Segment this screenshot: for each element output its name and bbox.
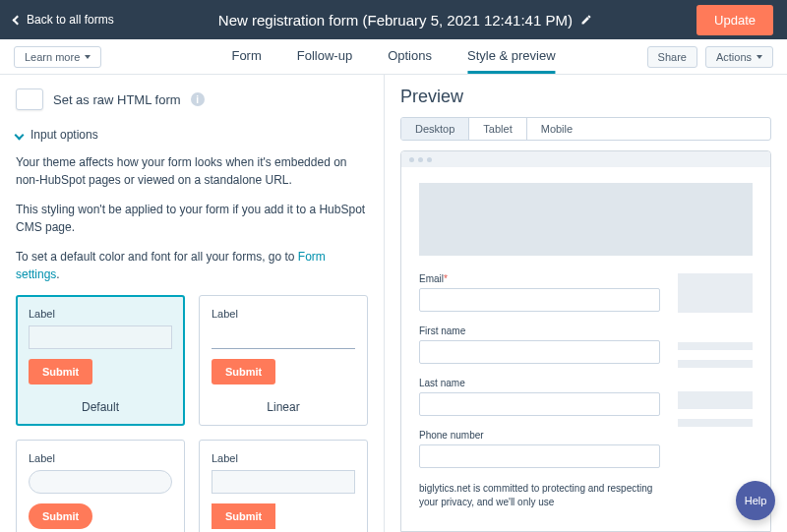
last-name-label: Last name (419, 378, 660, 388)
sample-submit: Submit (212, 503, 275, 529)
tab-style-preview[interactable]: Style & preview (467, 39, 556, 74)
back-label: Back to all forms (27, 13, 114, 27)
tab-follow-up[interactable]: Follow-up (297, 39, 352, 74)
phone-field[interactable] (419, 444, 660, 468)
disclaimer-text: biglytics.net is committed to protecting… (419, 482, 660, 509)
last-name-field[interactable] (419, 392, 660, 416)
sub-bar: Learn more Form Follow-up Options Style … (0, 39, 787, 75)
description-para-3: To set a default color and font for all … (16, 248, 368, 283)
style-card-sharp[interactable]: Label Submit Sharp (199, 440, 368, 532)
chevron-down-icon (15, 130, 25, 140)
main-content: Set as raw HTML form i Input options You… (0, 75, 787, 532)
sidebar-placeholder (678, 273, 753, 509)
hero-placeholder (419, 183, 753, 256)
preview-panel: Preview Desktop Tablet Mobile Email* Fir… (384, 75, 787, 532)
tab-form[interactable]: Form (231, 39, 261, 74)
edit-title-icon[interactable] (580, 12, 592, 29)
sample-submit: Submit (212, 359, 275, 384)
caret-down-icon (85, 55, 91, 59)
info-icon[interactable]: i (191, 92, 205, 106)
window-dot-icon (427, 157, 432, 162)
sample-submit: Submit (29, 359, 92, 384)
window-bar (401, 151, 770, 167)
learn-more-dropdown[interactable]: Learn more (14, 46, 101, 68)
page-title: New registration form (February 5, 2021 … (218, 12, 573, 29)
device-tabs: Desktop Tablet Mobile (400, 117, 771, 141)
style-grid: Label Submit Default Label Submit Linear… (16, 295, 368, 532)
email-label: Email* (419, 273, 660, 284)
preview-window: Email* First name Last name Phone number… (400, 150, 771, 532)
first-name-label: First name (419, 325, 660, 336)
device-tab-tablet[interactable]: Tablet (469, 118, 526, 140)
form-column: Email* First name Last name Phone number… (419, 273, 660, 509)
style-card-round[interactable]: Label Submit Round (16, 440, 185, 532)
window-dot-icon (409, 157, 414, 162)
chevron-left-icon (13, 15, 23, 25)
main-tabs: Form Follow-up Options Style & preview (231, 39, 555, 74)
style-card-linear[interactable]: Label Submit Linear (199, 295, 368, 426)
caret-down-icon (757, 55, 762, 59)
description-para-1: Your theme affects how your form looks w… (16, 153, 368, 189)
device-tab-desktop[interactable]: Desktop (401, 118, 469, 140)
phone-label: Phone number (419, 430, 660, 441)
sample-submit: Submit (29, 503, 92, 529)
sample-input (29, 470, 172, 494)
device-tab-mobile[interactable]: Mobile (527, 118, 586, 140)
actions-dropdown[interactable]: Actions (705, 46, 773, 68)
share-button[interactable]: Share (647, 46, 697, 68)
help-button[interactable]: Help (736, 481, 775, 520)
input-options-toggle[interactable]: Input options (16, 128, 368, 142)
raw-html-label: Set as raw HTML form (53, 92, 181, 107)
sample-input (29, 325, 172, 349)
raw-html-row: Set as raw HTML form i (16, 89, 368, 110)
tab-options[interactable]: Options (388, 39, 432, 74)
update-button[interactable]: Update (696, 5, 773, 35)
page-title-group: New registration form (February 5, 2021 … (114, 12, 696, 29)
raw-html-checkbox[interactable] (16, 89, 43, 110)
back-to-forms-link[interactable]: Back to all forms (14, 13, 114, 27)
window-dot-icon (418, 157, 423, 162)
sample-input (212, 470, 355, 494)
preview-body: Email* First name Last name Phone number… (401, 167, 770, 531)
preview-title: Preview (400, 87, 771, 107)
description-para-2: This styling won't be applied to your fo… (16, 201, 368, 236)
email-field[interactable] (419, 288, 660, 312)
top-bar: Back to all forms New registration form … (0, 0, 787, 39)
sample-input (212, 325, 355, 349)
section-title: Input options (30, 128, 98, 142)
style-panel: Set as raw HTML form i Input options You… (0, 75, 384, 532)
style-card-default[interactable]: Label Submit Default (16, 295, 185, 426)
first-name-field[interactable] (419, 340, 660, 364)
